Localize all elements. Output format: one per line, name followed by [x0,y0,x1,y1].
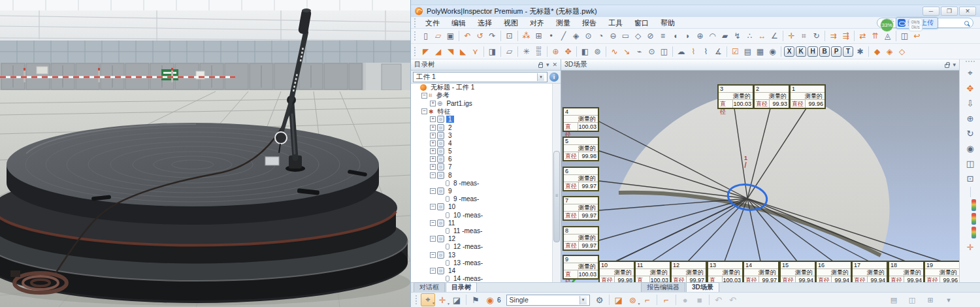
arm-2-icon[interactable]: ⌐ [659,293,674,306]
minimize-button[interactable]: ─ [923,7,939,16]
color-cube-icon[interactable]: ◧ [579,46,591,57]
panel-tab-对话框[interactable]: 对话框 [414,282,445,292]
triad-view-icon[interactable]: ✥ [963,82,977,95]
arc-icon[interactable]: ◔ [595,30,607,42]
report-snapshot-icon[interactable]: ▤ [742,46,754,57]
menu-工具[interactable]: 工具 [602,19,629,27]
slot-icon[interactable]: ⊖ [607,30,619,42]
surface-icon[interactable]: ◠ [706,30,719,42]
tree-expander[interactable]: − [430,236,436,242]
tree-item-9[interactable]: −○9 [411,187,561,195]
arm-1-icon[interactable]: ⌐ [640,293,655,306]
caliper-icon[interactable]: ∡ [712,46,725,57]
mirror-icon[interactable]: ↩ [911,30,923,42]
measurement-callout-13[interactable]: 13测量的直径100.03 [707,261,743,282]
measurement-callout-18[interactable]: 18测量的直径99.94 [888,261,924,282]
tree-expander[interactable]: + [430,156,436,162]
extract-page-icon[interactable]: ▱ [503,46,515,57]
fit-screen-icon[interactable]: ⊡ [963,172,977,185]
tree-expander[interactable]: − [421,93,427,99]
sphere-icon[interactable]: ⊕ [694,30,706,42]
axes-icon[interactable]: ✥ [562,46,574,57]
line-icon[interactable]: ╱ [557,30,570,42]
measurement-callout-1[interactable]: 1测量的直径99.96 [789,84,826,109]
colormap-icon[interactable] [972,199,976,211]
open-icon[interactable]: ▱ [432,30,444,42]
editor-tab-3D场景[interactable]: 3D场景 [686,282,719,292]
tree-expander[interactable]: + [430,101,436,106]
tree-expander[interactable]: + [430,140,436,146]
tree-expander[interactable]: + [430,133,436,138]
device-align-icon[interactable]: ◫ [898,30,911,42]
tree-expander[interactable]: − [430,188,436,194]
polygon-icon[interactable]: ◇ [632,30,644,42]
tree-expander[interactable]: + [430,116,436,122]
menu-测量[interactable]: 测量 [550,19,576,27]
tree-item-1[interactable]: +○1 [411,116,561,123]
measurement-callout-17[interactable]: 17测量的直径99.94 [851,261,888,282]
tree-item-特征[interactable]: −✱特征 [411,108,561,116]
tree-item-2[interactable]: +○2 [411,123,561,131]
measurement-callout-9[interactable]: 9测量的直径100.03 [563,255,599,280]
rotate-tool-icon[interactable]: ↻ [810,30,823,42]
panel-close-icon[interactable]: ✕ [552,61,557,68]
cylinder-icon[interactable]: ≡ [657,30,669,42]
tree-item-4[interactable]: +○4 [411,139,561,147]
chevron-down-icon[interactable]: ▼ [580,296,587,304]
search-icon[interactable] [964,21,969,25]
pin-icon[interactable] [538,64,543,68]
probe-c-icon[interactable]: ◇ [896,46,908,57]
probe-surface-icon[interactable]: ◤ [419,46,432,57]
panel-tab-目录树[interactable]: 目录树 [446,282,477,292]
measurement-callout-19[interactable]: 19测量的直径99.96 [924,261,959,282]
probe-a-icon[interactable]: ◆ [871,46,883,57]
probing-mode-select[interactable]: Single▼ [506,295,590,306]
tree-item-12[interactable]: −○12 [411,235,561,243]
measurement-callout-11[interactable]: 11测量的直径100.03 [634,261,671,282]
cloud-probe-icon[interactable]: ☁ [675,46,687,57]
cone-icon[interactable]: ◗ [681,30,694,42]
menu-对齐[interactable]: 对齐 [524,19,550,27]
tree-item-Part1.igs[interactable]: +⊕Part1.igs [411,99,561,107]
probe-panel-icon[interactable]: ◨ [486,46,498,57]
vector-icon[interactable]: ↘ [621,46,633,57]
tree-item-无标题---工件-1[interactable]: +无标题 - 工件 1 [411,84,561,91]
bottombar-grip[interactable] [416,295,418,304]
tree-item-6[interactable]: +○6 [411,155,561,163]
zoom-region-icon[interactable]: ⊕ [963,112,977,125]
sequence-icon[interactable]: ◉ [483,293,497,306]
tree-expander[interactable]: − [421,108,427,114]
select-zoom-icon[interactable]: ⌖ [963,67,977,80]
probe-b-icon[interactable]: ◈ [883,46,896,57]
tree-item-13--meas-[interactable]: +13 -meas- [411,259,561,267]
menu-窗口[interactable]: 窗口 [629,19,655,27]
stop-icon[interactable]: ■ [693,293,707,306]
workpiece-info-icon[interactable]: i [549,73,559,82]
tree-expander[interactable]: − [430,268,436,274]
menu-选择[interactable]: 选择 [472,19,498,27]
tree-item-9--meas-[interactable]: +9 -meas- [411,195,561,203]
probe-pin-icon[interactable]: ◥ [444,46,457,57]
measurement-callout-12[interactable]: 12测量的直径99.97 [670,261,707,282]
tree-expander[interactable]: − [430,204,436,210]
probe-compare-icon[interactable]: ⊚ [591,46,604,57]
plane-icon[interactable]: ▰ [719,30,731,42]
rotate-view-icon[interactable]: ↻ [963,127,977,140]
tree-item-7[interactable]: +○7 [411,163,561,171]
new-file-icon[interactable]: ▯ [419,30,432,42]
view-toolbar-grip[interactable] [966,61,975,63]
toolbar2-grip[interactable] [414,47,417,56]
align-seq-icon[interactable]: ⇉ [827,30,840,42]
grid-icon[interactable]: ◈ [570,30,582,42]
point-cloud-icon[interactable]: ∴ [743,30,756,42]
key-button-H[interactable]: H [808,46,818,57]
toolbar1-grip[interactable] [414,31,417,40]
pin-icon[interactable] [945,64,949,68]
probe-q2-icon[interactable]: ⌇ [700,46,712,57]
digital-readout-icon[interactable]: 010 011 110 [532,46,545,57]
ellipse-icon[interactable]: ⊘ [644,30,657,42]
table-icon[interactable]: ▦ [754,46,766,57]
options-icon[interactable]: ⊡ [503,30,515,42]
alignment-icon[interactable]: ✛ [785,30,798,42]
measurement-callout-4[interactable]: 4测量的直径100.03 [563,107,599,132]
